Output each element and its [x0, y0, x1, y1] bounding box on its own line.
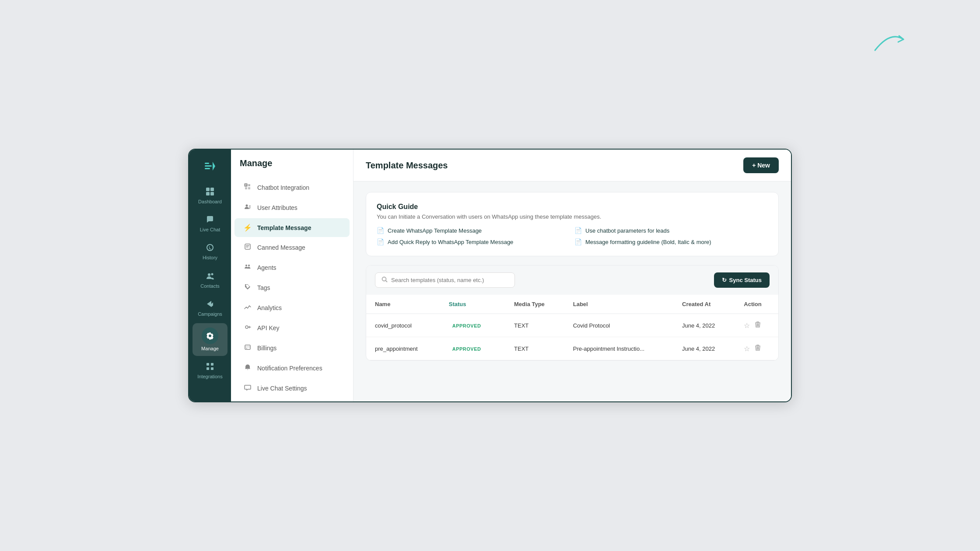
table-toolbar: ↻ Sync Status	[366, 265, 778, 295]
menu-item-label-canned: Canned Message	[257, 244, 305, 251]
canned-message-icon	[243, 243, 252, 252]
svg-point-23	[248, 265, 250, 266]
content-area: Quick Guide You can Initiate a Conversat…	[354, 181, 791, 401]
svg-rect-5	[210, 188, 214, 191]
menu-item-label-chatbot: Chatbot Integration	[257, 184, 309, 191]
col-name: Name	[366, 295, 440, 314]
quick-guide-heading: Quick Guide	[377, 203, 768, 211]
svg-point-28	[382, 277, 386, 281]
guide-link-4[interactable]: 📄 Message formatting guideline (Bold, It…	[574, 238, 768, 245]
quick-guide-card: Quick Guide You can Initiate a Conversat…	[366, 192, 779, 256]
sidebar-item-label-integrations: Integrations	[197, 374, 222, 380]
menu-item-label-billings: Billings	[257, 345, 276, 352]
table-body: covid_protocol APPROVED TEXT Covid Proto…	[366, 314, 778, 360]
action-icons-2: ☆	[744, 344, 770, 353]
star-icon-2[interactable]: ☆	[744, 345, 750, 353]
menu-item-tags[interactable]: Tags	[234, 278, 350, 297]
sync-status-button[interactable]: ↻ Sync Status	[714, 272, 770, 288]
main-header: Template Messages + New	[354, 150, 791, 181]
status-badge-approved: APPROVED	[449, 322, 485, 330]
col-label: Label	[564, 295, 673, 314]
live-chat-settings-icon	[243, 384, 252, 393]
sidebar-item-history[interactable]: History	[192, 239, 228, 265]
row-1-created-at: June 4, 2022	[673, 314, 735, 337]
menu-item-chatbot-integration[interactable]: Chatbot Integration	[234, 178, 350, 197]
table-section: ↻ Sync Status Name Status Media Type Lab…	[366, 265, 779, 361]
sync-icon: ↻	[722, 277, 727, 283]
text-sidebar: Manage Chatbot Integration	[231, 150, 354, 401]
row-1-media-type: TEXT	[505, 314, 564, 337]
svg-rect-7	[210, 192, 214, 195]
star-icon[interactable]: ☆	[744, 321, 750, 330]
menu-item-canned-message[interactable]: Canned Message	[234, 238, 350, 257]
billings-icon	[243, 344, 252, 352]
svg-rect-27	[246, 348, 247, 349]
svg-rect-0	[205, 163, 209, 164]
user-attributes-icon	[243, 203, 252, 212]
menu-item-label-api-key: API Key	[257, 324, 280, 331]
svg-rect-20	[246, 245, 249, 246]
menu-item-billings[interactable]: Billings	[234, 338, 350, 358]
manage-circle	[202, 328, 218, 344]
menu-item-analytics[interactable]: Analytics	[234, 298, 350, 317]
sidebar-item-integrations[interactable]: Integrations	[192, 358, 228, 384]
svg-point-22	[245, 265, 247, 266]
template-message-icon: ⚡	[243, 223, 252, 232]
sidebar-item-label-dashboard: Dashboard	[198, 199, 222, 205]
menu-item-api-key[interactable]: API Key	[234, 318, 350, 338]
campaigns-icon	[206, 300, 214, 310]
main-content: Template Messages + New Quick Guide You …	[354, 150, 791, 401]
menu-item-label-notif: Notification Preferences	[257, 365, 322, 372]
col-status: Status	[440, 295, 505, 314]
menu-item-template-message[interactable]: ⚡ Template Message	[234, 218, 350, 237]
history-icon	[206, 243, 214, 253]
guide-link-icon-3: 📄	[377, 238, 384, 245]
sidebar-item-contacts[interactable]: Contacts	[192, 267, 228, 293]
sidebar-item-label-manage: Manage	[201, 346, 219, 352]
menu-item-agents[interactable]: Agents	[234, 258, 350, 277]
col-media-type: Media Type	[505, 295, 564, 314]
delete-icon-2[interactable]	[754, 344, 761, 353]
sidebar-item-manage[interactable]: Manage	[192, 323, 228, 356]
app-window: Dashboard Live Chat History	[188, 149, 792, 402]
quick-guide-description: You can Initiate a Conversation with use…	[377, 213, 768, 220]
table-row: covid_protocol APPROVED TEXT Covid Proto…	[366, 314, 778, 337]
menu-item-user-attributes[interactable]: User Attributes	[234, 198, 350, 217]
search-input[interactable]	[391, 277, 508, 283]
search-box[interactable]	[375, 272, 515, 288]
sidebar-title: Manage	[231, 158, 353, 177]
row-2-status: APPROVED	[440, 337, 505, 360]
app-logo	[200, 157, 220, 176]
delete-icon[interactable]	[754, 321, 761, 330]
svg-rect-16	[249, 206, 251, 206]
guide-link-3[interactable]: 📄 Add Quick Reply to WhatsApp Template M…	[377, 238, 570, 245]
agents-icon	[243, 263, 252, 272]
sidebar-item-label-live-chat: Live Chat	[200, 227, 220, 233]
tags-icon	[243, 283, 252, 292]
menu-item-label-analytics: Analytics	[257, 304, 282, 311]
chatbot-integration-icon	[243, 183, 252, 192]
sidebar-item-live-chat[interactable]: Live Chat	[192, 211, 228, 237]
svg-point-9	[211, 273, 214, 275]
row-1-name: covid_protocol	[366, 314, 440, 337]
guide-link-text-3: Add Quick Reply to WhatsApp Template Mes…	[388, 239, 513, 245]
svg-point-8	[208, 273, 210, 276]
menu-item-live-chat-settings[interactable]: Live Chat Settings	[234, 379, 350, 398]
row-1-label: Covid Protocol	[564, 314, 673, 337]
guide-link-1[interactable]: 📄 Create WhatsApp Template Message	[377, 227, 570, 234]
row-2-label: Pre-appointment Instructio...	[564, 337, 673, 360]
svg-rect-1	[205, 165, 212, 167]
menu-item-label-user-attributes: User Attributes	[257, 204, 298, 211]
row-2-name: pre_appointment	[366, 337, 440, 360]
guide-link-icon-4: 📄	[574, 238, 582, 245]
svg-rect-2	[205, 168, 210, 169]
svg-rect-6	[206, 192, 210, 195]
sidebar-item-dashboard[interactable]: Dashboard	[192, 183, 228, 209]
guide-link-2[interactable]: 📄 Use chatbot parameters for leads	[574, 227, 768, 234]
guide-links: 📄 Create WhatsApp Template Message 📄 Use…	[377, 227, 768, 245]
svg-rect-18	[249, 208, 250, 209]
sidebar-item-campaigns[interactable]: Campaigns	[192, 295, 228, 321]
new-button[interactable]: + New	[743, 157, 779, 173]
svg-rect-12	[206, 367, 209, 370]
menu-item-notification-preferences[interactable]: Notification Preferences	[234, 359, 350, 378]
